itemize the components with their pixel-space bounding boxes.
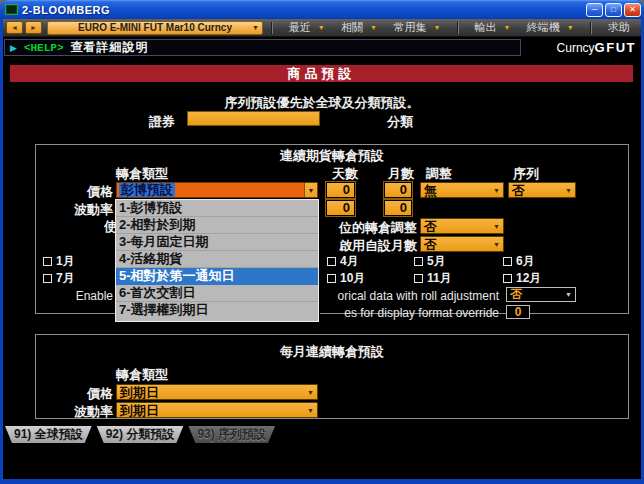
dropdown-option-7[interactable]: 7-選擇權到期日 xyxy=(116,302,318,319)
checkbox-icon xyxy=(503,274,512,283)
toolbar: ◄ ► EURO E-MINI FUT Mar10 Curncy ▼ 最近 ▼ … xyxy=(3,19,641,37)
dropdown-option-3[interactable]: 3-每月固定日期 xyxy=(116,234,318,251)
monthly-volatility-dropdown[interactable]: 到期日 ▼ xyxy=(116,402,318,418)
help-link[interactable]: <HELP> xyxy=(24,42,64,54)
minimize-button[interactable]: ─ xyxy=(586,3,603,17)
month-checkbox-jan[interactable]: 1月 xyxy=(43,254,75,268)
title-bar: 2-BLOOMBERG ─ □ ✕ xyxy=(0,0,644,19)
checkbox-icon xyxy=(414,257,423,266)
menu-recent[interactable]: 最近 ▼ xyxy=(289,20,325,35)
custom-months-label: 啟用自設月數 xyxy=(319,237,417,255)
tab-global-defaults[interactable]: 91) 全球預設 xyxy=(5,426,92,443)
dropdown-option-6[interactable]: 6-首次交割日 xyxy=(116,285,318,302)
chevron-down-icon[interactable]: ▼ xyxy=(304,183,317,197)
price-row-label: 價格 xyxy=(36,183,113,201)
enable-label-prefix: Enable xyxy=(36,289,113,303)
menu-favorites[interactable]: 常用集 ▼ xyxy=(394,20,441,35)
forward-icon: ► xyxy=(30,24,37,31)
tab-series-defaults[interactable]: 93) 序列預設 xyxy=(188,426,275,443)
close-button[interactable]: ✕ xyxy=(624,3,641,17)
menu-separator xyxy=(457,22,458,34)
chevron-down-icon: ▼ xyxy=(434,24,441,31)
security-input[interactable] xyxy=(187,111,320,126)
enable-historical-dropdown[interactable]: 否 ▼ xyxy=(506,287,576,302)
volatility-days-input[interactable]: 0 xyxy=(326,200,355,216)
custom-months-dropdown[interactable]: 否 ▼ xyxy=(420,236,504,252)
col-months: 月數 xyxy=(388,165,414,183)
security-label: 證券 xyxy=(149,113,175,131)
override-label-suffix: es for display format override xyxy=(319,306,499,320)
col-series: 序列 xyxy=(513,165,539,183)
dropdown-option-2[interactable]: 2-相對於到期 xyxy=(116,217,318,234)
window-controls: ─ □ ✕ xyxy=(586,3,641,17)
chevron-down-icon: ▼ xyxy=(493,223,503,230)
month-checkbox-apr[interactable]: 4月 xyxy=(327,254,359,268)
chevron-down-icon: ▼ xyxy=(307,389,317,396)
bottom-tab-bar: 91) 全球預設 92) 分類預設 93) 序列預設 xyxy=(5,426,275,443)
price-level-adjust-label: 位的轉倉調整 xyxy=(319,219,417,237)
dropdown-option-1[interactable]: 1-彭博預設 xyxy=(116,200,318,217)
menu-bar: 最近 ▼ 相關 ▼ 常用集 ▼ 輸出 ▼ 終端機 ▼ 求助 xyxy=(263,20,638,35)
dropdown-option-4[interactable]: 4-活絡期貨 xyxy=(116,251,318,268)
checkbox-icon xyxy=(43,257,52,266)
monthly-price-dropdown[interactable]: 到期日 ▼ xyxy=(116,384,318,400)
menu-help[interactable]: 求助 xyxy=(608,20,630,35)
month-checkbox-oct[interactable]: 10月 xyxy=(327,271,365,285)
bloomberg-window: 2-BLOOMBERG ─ □ ✕ ◄ ► EURO E-MINI FUT Ma… xyxy=(0,0,644,484)
checkbox-icon xyxy=(327,274,336,283)
menu-export[interactable]: 輸出 ▼ xyxy=(474,20,510,35)
volatility-months-input[interactable]: 0 xyxy=(384,200,412,216)
checkbox-icon xyxy=(503,257,512,266)
priority-note: 序列預設優先於全球及分類預設。 xyxy=(3,94,641,112)
security-selector-value: EURO E-MINI FUT Mar10 Curncy xyxy=(78,22,232,33)
window-title: 2-BLOOMBERG xyxy=(22,4,586,16)
chevron-down-icon: ▼ xyxy=(318,24,325,31)
month-checkbox-jun[interactable]: 6月 xyxy=(503,254,535,268)
month-checkbox-dec[interactable]: 12月 xyxy=(503,271,541,285)
monthly-volatility-label: 波動率 xyxy=(36,403,113,421)
minimize-icon: ─ xyxy=(592,6,598,14)
chevron-down-icon: ▼ xyxy=(565,291,572,298)
menu-related[interactable]: 相關 ▼ xyxy=(341,20,377,35)
menu-separator xyxy=(271,22,272,34)
category-label: 分類 xyxy=(387,113,413,131)
col-roll-type: 轉倉類型 xyxy=(116,165,168,183)
chevron-down-icon: ▼ xyxy=(503,24,510,31)
dropdown-option-5-highlighted[interactable]: 5-相對於第一通知日 xyxy=(116,268,318,285)
month-checkbox-jul[interactable]: 7月 xyxy=(43,271,75,285)
month-checkbox-nov[interactable]: 11月 xyxy=(414,271,452,285)
panel-title: 每月連續轉倉預設 xyxy=(36,343,628,361)
help-description: 查看詳細說明 xyxy=(71,39,149,56)
forward-button[interactable]: ► xyxy=(25,21,42,34)
help-bar: ▶ <HELP> 查看詳細說明 xyxy=(4,39,521,56)
override-value-input[interactable]: 0 xyxy=(506,305,530,319)
page-title-banner: 商品預設 xyxy=(10,65,633,82)
price-adjust-dropdown[interactable]: 無 ▼ xyxy=(420,182,504,198)
chevron-down-icon: ▼ xyxy=(565,187,575,194)
checkbox-icon xyxy=(43,274,52,283)
price-days-input[interactable]: 0 xyxy=(326,182,355,198)
price-level-adjust-dropdown[interactable]: 否 ▼ xyxy=(420,218,504,234)
chevron-down-icon: ▼ xyxy=(567,24,574,31)
panel-title: 連續期貨轉倉預設 xyxy=(36,147,628,165)
close-icon: ✕ xyxy=(629,6,636,14)
monthly-price-label: 價格 xyxy=(36,385,113,403)
back-button[interactable]: ◄ xyxy=(6,21,23,34)
col-adjust: 調整 xyxy=(426,165,452,183)
price-months-input[interactable]: 0 xyxy=(384,182,412,198)
play-icon: ▶ xyxy=(10,43,17,53)
checkbox-icon xyxy=(414,274,423,283)
price-series-dropdown[interactable]: 否 ▼ xyxy=(508,182,576,198)
volatility-row-label: 波動率 xyxy=(36,201,113,219)
maximize-icon: □ xyxy=(611,6,616,14)
maximize-button[interactable]: □ xyxy=(605,3,622,17)
price-roll-type-combobox[interactable]: 彭博預設 ▼ xyxy=(116,182,318,198)
col-days: 天數 xyxy=(332,165,358,183)
roll-type-dropdown-list: 1-彭博預設 2-相對於到期 3-每月固定日期 4-活絡期貨 5-相對於第一通知… xyxy=(115,199,319,322)
tab-category-defaults[interactable]: 92) 分類預設 xyxy=(97,426,184,443)
price-roll-type-value: 彭博預設 xyxy=(119,183,175,197)
security-selector[interactable]: EURO E-MINI FUT Mar10 Curncy ▼ xyxy=(47,21,263,35)
menu-terminal[interactable]: 終端機 ▼ xyxy=(527,20,574,35)
month-checkbox-may[interactable]: 5月 xyxy=(414,254,446,268)
terminal-screen: ▶ <HELP> 查看詳細說明 CurncyGFUT 商品預設 序列預設優先於全… xyxy=(3,37,641,479)
